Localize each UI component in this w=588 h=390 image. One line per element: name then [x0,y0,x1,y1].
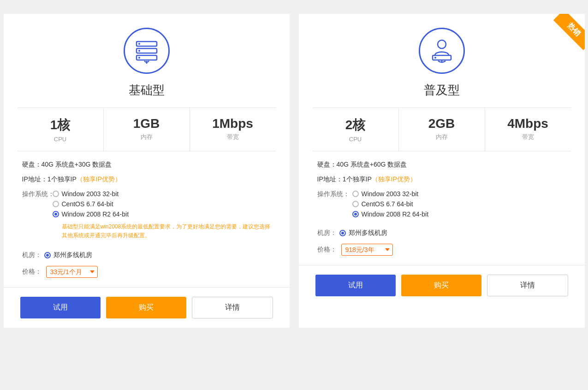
os-label-1: CentOS 6.7 64-bit [62,200,113,208]
spec-label-0: CPU [317,136,394,143]
ip-link[interactable]: （独享IP优势） [372,175,416,184]
card-basic: 基础型 1核 CPU 1GB 内存 1Mbps 带宽 硬盘：40G 系统盘+30… [4,14,290,328]
svg-point-9 [434,57,436,59]
os-option-1[interactable]: CentOS 6.7 64-bit [352,200,429,208]
details-section: 硬盘：40G 系统盘+60G 数据盘 IP地址：1个独享IP （独享IP优势） … [299,151,585,229]
radio-2[interactable] [53,211,59,217]
card-popular: 热销 普及型 2核 CPU 2GB 内存 4Mbps 带宽 [299,14,585,328]
specs-row: 1核 CPU 1GB 内存 1Mbps 带宽 [18,108,276,151]
radio-1[interactable] [53,201,59,207]
os-options: Window 2003 32-bit CentOS 6.7 64-bit Win… [53,190,271,240]
spec-label-2: 带宽 [195,133,271,141]
disk-value: 硬盘：40G 系统盘+60G 数据盘 [317,161,407,169]
os-section-label: 操作系统： [317,190,350,198]
spec-label-1: 内存 [108,133,185,141]
svg-point-1 [138,43,140,45]
os-label-1: CentOS 6.7 64-bit [362,200,413,208]
radio-2[interactable] [352,211,359,217]
detail-button[interactable]: 详情 [487,275,568,296]
spec-item-2: 4Mbps 带宽 [485,108,571,151]
spec-label-1: 内存 [404,133,480,141]
ip-value: IP地址：1个独享IP [317,175,372,184]
button-row: 试用 购买 详情 [4,288,290,328]
detail-button[interactable]: 详情 [192,297,273,318]
os-label-2: Window 2008 R2 64-bit [362,210,429,218]
datacenter-value: 郑州多线机房 [44,251,92,259]
spec-item-0: 2核 CPU [313,108,399,151]
datacenter-name: 郑州多线机房 [349,229,387,237]
svg-point-3 [138,50,140,52]
os-section-label: 操作系统： [22,190,50,198]
datacenter-radio[interactable] [339,230,346,236]
datacenter-value: 郑州多线机房 [339,229,387,237]
price-row: 价格： 33元/1个月99元/3个月198元/6个月396元/1年 [4,266,290,278]
radio-0[interactable] [53,191,59,197]
datacenter-row: 机房： 郑州多线机房 [299,229,585,237]
os-option-0[interactable]: Window 2003 32-bit [53,190,271,198]
card-icon [124,28,170,74]
ip-row: IP地址：1个独享IP （独享IP优势） [22,175,271,184]
disk-value: 硬盘：40G 系统盘+30G 数据盘 [22,161,112,169]
spec-item-0: 1核 CPU [18,108,104,151]
ip-row: IP地址：1个独享IP （独享IP优势） [317,175,566,184]
os-section: 操作系统： Window 2003 32-bit CentOS 6.7 64-b… [22,190,271,240]
card-title: 普及型 [424,82,460,98]
radio-1[interactable] [352,201,359,207]
spec-label-2: 带宽 [490,133,566,141]
price-label: 价格： [317,246,337,254]
trial-button[interactable]: 试用 [20,297,101,318]
os-label-0: Window 2003 32-bit [62,190,119,198]
spec-value-1: 2GB [404,116,480,131]
trial-button[interactable]: 试用 [315,275,396,296]
os-label-2: Window 2008 R2 64-bit [62,210,129,218]
disk-row: 硬盘：40G 系统盘+60G 数据盘 [317,161,566,169]
price-label: 价格： [22,268,42,276]
card-icon [419,28,465,74]
card-header: 基础型 [4,14,290,108]
spec-value-0: 2核 [317,116,394,134]
buy-button[interactable]: 购买 [401,275,481,296]
ip-link[interactable]: （独享IP优势） [77,175,121,184]
spec-item-1: 1GB 内存 [104,108,190,151]
spec-value-2: 4Mbps [490,116,566,131]
specs-row: 2核 CPU 2GB 内存 4Mbps 带宽 [313,108,571,151]
os-option-1[interactable]: CentOS 6.7 64-bit [53,200,271,208]
spec-label-0: CPU [22,136,99,143]
os-options: Window 2003 32-bit CentOS 6.7 64-bit Win… [352,190,429,218]
os-section: 操作系统： Window 2003 32-bit CentOS 6.7 64-b… [317,190,566,218]
datacenter-row: 机房： 郑州多线机房 [4,251,290,259]
price-select[interactable]: 918元/3年33元/1个月99元/3个月198元/6个月 [341,244,393,256]
button-row: 试用 购买 详情 [299,265,585,306]
datacenter-name: 郑州多线机房 [53,251,92,259]
os-warning: 基础型只能满足win2008系统的最低配置要求，为了更好地满足您的需要，建议您选… [62,222,271,240]
hot-badge-label: 热销 [553,14,584,50]
datacenter-label: 机房： [22,251,42,259]
disk-row: 硬盘：40G 系统盘+30G 数据盘 [22,161,271,169]
svg-point-7 [438,40,446,48]
spec-value-0: 1核 [22,116,99,134]
price-select[interactable]: 33元/1个月99元/3个月198元/6个月396元/1年 [46,266,98,278]
hot-badge: 热销 [543,14,585,55]
card-title: 基础型 [129,82,165,98]
radio-0[interactable] [352,191,359,197]
price-row: 价格： 918元/3年33元/1个月99元/3个月198元/6个月 [299,244,585,256]
os-label-0: Window 2003 32-bit [362,190,419,198]
os-option-0[interactable]: Window 2003 32-bit [352,190,429,198]
svg-point-5 [138,57,140,59]
details-section: 硬盘：40G 系统盘+30G 数据盘 IP地址：1个独享IP （独享IP优势） … [4,151,290,251]
os-option-2[interactable]: Window 2008 R2 64-bit [53,210,271,218]
buy-button[interactable]: 购买 [106,297,186,318]
datacenter-radio[interactable] [44,252,51,258]
spec-item-2: 1Mbps 带宽 [190,108,276,151]
ip-value: IP地址：1个独享IP [22,175,77,184]
os-option-2[interactable]: Window 2008 R2 64-bit [352,210,429,218]
spec-value-1: 1GB [108,116,185,131]
spec-value-2: 1Mbps [195,116,271,131]
cards-container: 基础型 1核 CPU 1GB 内存 1Mbps 带宽 硬盘：40G 系统盘+30… [0,14,588,328]
card-header: 普及型 [299,14,585,108]
datacenter-label: 机房： [317,229,337,237]
spec-item-1: 2GB 内存 [399,108,485,151]
